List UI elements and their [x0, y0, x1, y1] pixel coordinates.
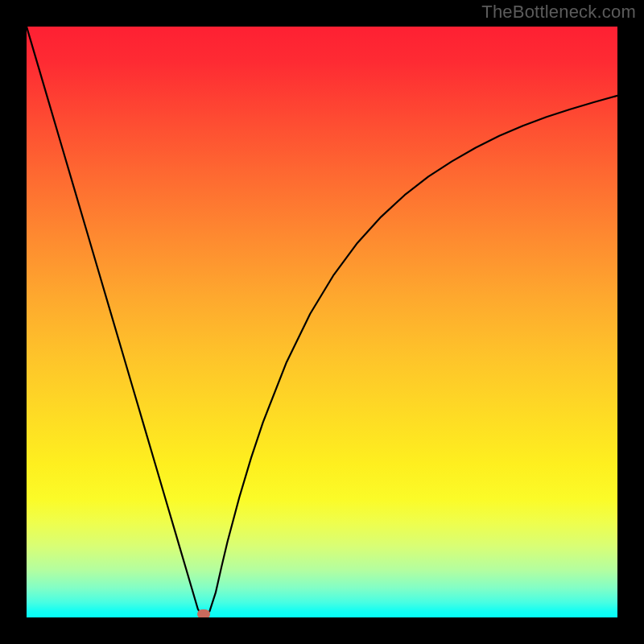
plot-area: [27, 27, 617, 617]
watermark-label: TheBottleneck.com: [481, 2, 636, 23]
chart-root: TheBottleneck.com: [0, 0, 644, 644]
optimal-point-marker: [197, 609, 210, 617]
bottleneck-curve: [27, 27, 617, 617]
